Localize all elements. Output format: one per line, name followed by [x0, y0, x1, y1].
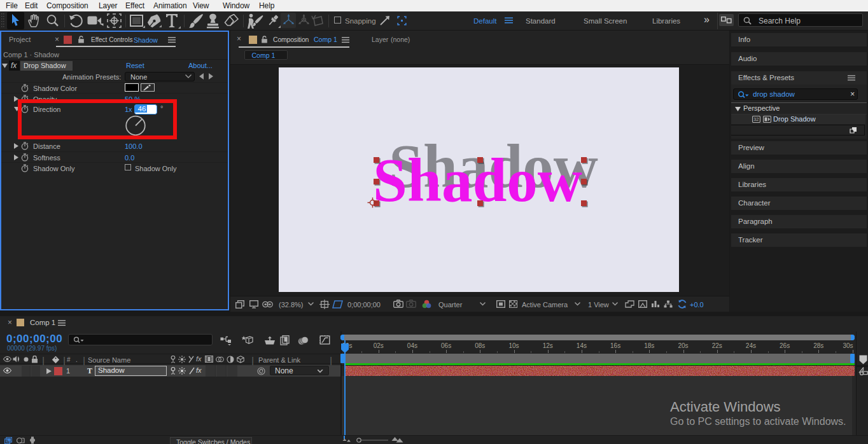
- svg-text:32: 32: [753, 116, 759, 122]
